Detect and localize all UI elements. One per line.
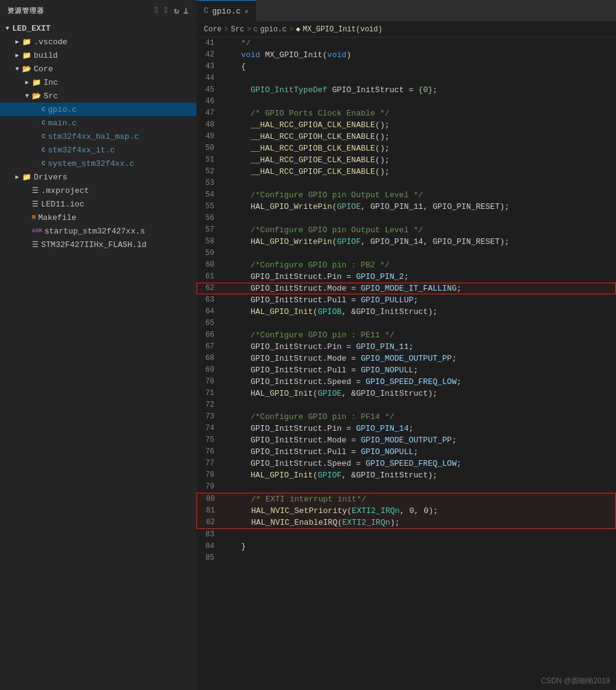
- line-content: __HAL_RCC_GPIOF_CLK_ENABLE();: [224, 166, 616, 178]
- line-content: void MX_GPIO_Init(void): [224, 49, 616, 61]
- sidebar-item-build[interactable]: ▶ 📁 build: [0, 49, 197, 62]
- line-number: 51: [197, 154, 224, 166]
- code-line: 82 HAL_NVIC_EnableIRQ(EXTI2_IRQn);: [197, 517, 616, 529]
- sidebar-item-led11ioc[interactable]: ▶ ☰ LED11.ioc: [0, 197, 197, 211]
- c-file-icon: C: [42, 147, 45, 154]
- sidebar-item-makefile[interactable]: ▶ M Makefile: [0, 211, 197, 224]
- code-line: 47 /* GPIO Ports Clock Enable */: [197, 108, 616, 119]
- sidebar-item-vscode[interactable]: ▶ 📁 .vscode: [0, 35, 197, 49]
- code-line: 65: [197, 318, 616, 329]
- code-line: 50 __HAL_RCC_GPIOB_CLK_ENABLE();: [197, 143, 616, 154]
- tab-gpio[interactable]: C gpio.c ✕: [197, 0, 256, 22]
- line-number: 53: [197, 178, 224, 189]
- breadcrumb-core[interactable]: Core: [204, 25, 222, 34]
- line-content: */: [224, 37, 616, 49]
- code-line: 66 /*Configure GPIO pin : PE11 */: [197, 329, 616, 341]
- sidebar-item-it[interactable]: ▶ C stm32f4xx_it.c: [0, 143, 197, 157]
- code-line: 69 GPIO_InitStruct.Pull = GPIO_NOPULL;: [197, 364, 616, 376]
- breadcrumb-func[interactable]: MX_GPIO_Init(void): [303, 25, 383, 34]
- sidebar-tree: ▼ LED_EXIT ▶ 📁 .vscode ▶ 📁 build ▼ 📂 Cor…: [0, 22, 197, 690]
- sidebar-item-mxproject[interactable]: ▶ ☰ .mxproject: [0, 184, 197, 197]
- code-line: 49 __HAL_RCC_GPIOH_CLK_ENABLE();: [197, 131, 616, 143]
- line-number: 52: [197, 166, 224, 178]
- sidebar-item-flash-ld[interactable]: ▶ ☰ STM32F427IIHx_FLASH.ld: [0, 238, 197, 251]
- refresh-icon[interactable]: ↻: [174, 6, 179, 16]
- line-number: 63: [197, 294, 224, 306]
- code-line: 70 GPIO_InitStruct.Speed = GPIO_SPEED_FR…: [197, 376, 616, 388]
- tab-bar: C gpio.c ✕: [197, 0, 616, 22]
- line-number: 83: [197, 529, 224, 541]
- code-line: 77 GPIO_InitStruct.Speed = GPIO_SPEED_FR…: [197, 458, 616, 469]
- sidebar-item-label: .mxproject: [41, 186, 89, 195]
- line-number: 76: [197, 446, 224, 458]
- chevron-right-icon: ▶: [12, 38, 22, 45]
- line-content: __HAL_RCC_GPIOE_CLK_ENABLE();: [224, 154, 616, 166]
- line-number: 66: [197, 329, 224, 341]
- sidebar-item-label: gpio.c: [48, 105, 77, 114]
- line-number: 55: [197, 201, 224, 213]
- tab-label: gpio.c: [212, 7, 241, 16]
- line-content: [224, 552, 616, 564]
- sidebar-item-root[interactable]: ▼ LED_EXIT: [0, 22, 197, 35]
- c-file-icon: C: [42, 120, 45, 127]
- line-number: 48: [197, 119, 224, 131]
- code-line: 62 GPIO_InitStruct.Mode = GPIO_MODE_IT_F…: [197, 283, 616, 294]
- code-area[interactable]: 41 */42 void MX_GPIO_Init(void)43 {44 45…: [197, 37, 616, 690]
- new-file-icon[interactable]: : [155, 6, 160, 16]
- collapse-icon[interactable]: ⊥: [184, 6, 189, 16]
- breadcrumb-func-icon: ◆: [296, 25, 300, 34]
- code-line: 59: [197, 248, 616, 259]
- breadcrumb-src[interactable]: Src: [231, 25, 244, 34]
- line-number: 70: [197, 376, 224, 388]
- sidebar-item-main[interactable]: ▶ C main.c: [0, 116, 197, 130]
- folder-icon: 📁: [32, 78, 41, 87]
- line-content: __HAL_RCC_GPIOH_CLK_ENABLE();: [224, 131, 616, 143]
- file-icon: ☰: [32, 200, 39, 209]
- line-number: 49: [197, 131, 224, 143]
- code-line: 74 GPIO_InitStruct.Pin = GPIO_PIN_14;: [197, 423, 616, 434]
- line-content: /*Configure GPIO pin : PB2 */: [224, 259, 616, 271]
- code-line: 85: [197, 552, 616, 564]
- sidebar-item-hal-msp[interactable]: ▶ C stm32f4xx_hal_msp.c: [0, 130, 197, 143]
- sidebar-item-label: Drivers: [34, 173, 68, 182]
- line-number: 61: [197, 271, 224, 283]
- sidebar-item-src[interactable]: ▼ 📂 Src: [0, 89, 197, 103]
- asm-icon: ASM: [32, 228, 42, 234]
- line-content: HAL_GPIO_Init(GPIOF, &GPIO_InitStruct);: [224, 469, 616, 481]
- line-content: /* EXTI interrupt init*/: [225, 493, 615, 505]
- sidebar-item-core[interactable]: ▼ 📂 Core: [0, 62, 197, 76]
- line-content: __HAL_RCC_GPIOA_CLK_ENABLE();: [224, 119, 616, 131]
- sidebar-item-startup[interactable]: ▶ ASM startup_stm32f427xx.s: [0, 224, 197, 238]
- new-folder-icon[interactable]: : [165, 6, 170, 16]
- sidebar-item-inc[interactable]: ▶ 📁 Inc: [0, 76, 197, 89]
- sidebar-item-drivers[interactable]: ▶ 📁 Drivers: [0, 170, 197, 184]
- line-content: GPIO_InitStruct.Pin = GPIO_PIN_2;: [224, 271, 616, 283]
- sidebar-item-label: stm32f4xx_it.c: [48, 146, 115, 155]
- line-number: 65: [197, 318, 224, 329]
- code-line: 41 */: [197, 37, 616, 49]
- code-line: 81 HAL_NVIC_SetPriority(EXTI2_IRQn, 0, 0…: [197, 505, 616, 517]
- line-number: 54: [197, 189, 224, 201]
- code-line: 56: [197, 213, 616, 224]
- line-content: GPIO_InitStruct.Speed = GPIO_SPEED_FREQ_…: [224, 376, 616, 388]
- code-line: 68 GPIO_InitStruct.Mode = GPIO_MODE_OUTP…: [197, 353, 616, 364]
- line-content: [224, 399, 616, 411]
- line-content: GPIO_InitStruct.Pull = GPIO_PULLUP;: [224, 294, 616, 306]
- line-number: 47: [197, 108, 224, 119]
- sidebar-item-system[interactable]: ▶ C system_stm32f4xx.c: [0, 157, 197, 170]
- sidebar-item-gpio[interactable]: ▶ C gpio.c: [0, 103, 197, 116]
- code-line: 58 HAL_GPIO_WritePin(GPIOF, GPIO_PIN_14,…: [197, 236, 616, 248]
- breadcrumb-file[interactable]: gpio.c: [260, 25, 286, 34]
- code-line: 83: [197, 529, 616, 541]
- line-content: GPIO_InitStruct.Mode = GPIO_MODE_IT_FALL…: [224, 283, 616, 294]
- sidebar-root-label: LED_EXIT: [12, 24, 50, 33]
- tab-close-button[interactable]: ✕: [244, 7, 249, 15]
- line-number: 80: [197, 493, 225, 505]
- line-number: 79: [197, 481, 224, 493]
- line-number: 42: [197, 49, 224, 61]
- chevron-right-icon: ▶: [12, 173, 22, 181]
- sidebar-item-label: Inc: [44, 78, 58, 87]
- c-file-icon: C: [42, 133, 45, 140]
- code-line: 67 GPIO_InitStruct.Pin = GPIO_PIN_11;: [197, 341, 616, 353]
- line-content: HAL_GPIO_Init(GPIOE, &GPIO_InitStruct);: [224, 388, 616, 399]
